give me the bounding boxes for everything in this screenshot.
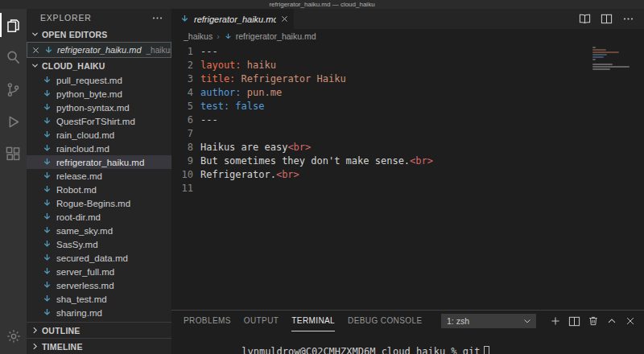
code-line: layout: haiku xyxy=(200,59,433,72)
markdown-file-icon xyxy=(42,266,52,277)
close-tab-icon[interactable] xyxy=(280,14,289,23)
markdown-file-icon xyxy=(42,253,52,263)
more-actions-icon[interactable] xyxy=(151,12,163,24)
activity-search[interactable] xyxy=(0,41,27,73)
main-area: EXPLORER OPEN EDITORS refrigerator_haiku… xyxy=(0,9,644,354)
markdown-file-icon xyxy=(42,130,52,140)
close-panel-icon[interactable] xyxy=(625,315,636,327)
minimap-line xyxy=(592,47,596,48)
panel-controls: 1: zsh xyxy=(441,314,636,328)
file-item[interactable]: rain_cloud.md xyxy=(27,128,171,142)
breadcrumb-file-name: refrigerator_haiku.md xyxy=(236,31,316,41)
file-item[interactable]: root-dir.md xyxy=(27,210,171,224)
panel-tab-problems[interactable]: PROBLEMS xyxy=(184,311,231,331)
open-preview-icon[interactable] xyxy=(579,13,591,25)
file-item[interactable]: SasSy.md xyxy=(27,237,171,251)
line-number: 2 xyxy=(171,59,193,72)
markdown-file-icon xyxy=(42,184,52,195)
file-item[interactable]: serverless.md xyxy=(27,278,171,292)
breadcrumb-file[interactable]: refrigerator_haiku.md xyxy=(224,31,316,41)
activity-explorer[interactable] xyxy=(0,9,27,41)
terminal-output[interactable]: lynmuldrow@C02CMHZXMD6M cloud_haiku % gi… xyxy=(171,331,644,354)
maximize-panel-icon[interactable] xyxy=(606,315,617,327)
line-number: 11 xyxy=(171,182,193,196)
markdown-file-icon xyxy=(43,45,54,56)
file-item[interactable]: Robot.md xyxy=(27,183,171,196)
activity-extensions[interactable] xyxy=(0,138,27,170)
code-lines: ---layout: haikutitle: Refrigerator Haik… xyxy=(193,45,433,310)
file-item[interactable]: raincloud.md xyxy=(27,142,171,155)
line-number: 3 xyxy=(171,72,193,86)
terminal-shell-select[interactable]: 1: zsh xyxy=(441,314,536,328)
chevron-right-icon xyxy=(29,326,40,335)
minimap-line xyxy=(592,68,610,70)
breadcrumb-separator: › xyxy=(217,31,220,41)
editor-tab[interactable]: refrigerator_haiku.md xyxy=(171,9,294,29)
chevron-right-icon xyxy=(29,342,40,351)
line-numbers: 1234567891011 xyxy=(171,45,193,310)
close-icon[interactable] xyxy=(31,46,40,55)
file-item[interactable]: QuestForTShirt.md xyxy=(27,114,171,128)
file-name: release.md xyxy=(56,171,102,181)
code-editor[interactable]: 1234567891011 ---layout: haikutitle: Ref… xyxy=(171,43,644,310)
code-line: author: pun.me xyxy=(200,86,433,100)
panel-header: PROBLEMSOUTPUTTERMINALDEBUG CONSOLE 1: z… xyxy=(171,311,644,331)
file-item[interactable]: pull_request.md xyxy=(27,73,171,87)
timeline-label: TIMELINE xyxy=(42,342,83,352)
file-name: Rogue-Begins.md xyxy=(56,199,130,208)
code-line: Refrigerator.<br> xyxy=(200,168,433,182)
file-item[interactable]: sharing.md xyxy=(27,306,171,319)
outline-section-header[interactable]: OUTLINE xyxy=(27,322,171,338)
breadcrumb[interactable]: _haikus › refrigerator_haiku.md xyxy=(171,29,644,43)
breadcrumb-folder[interactable]: _haikus xyxy=(184,31,213,41)
file-item[interactable]: secured_data.md xyxy=(27,251,171,265)
open-editors-section-header[interactable]: OPEN EDITORS xyxy=(27,27,171,42)
timeline-section-header[interactable]: TIMELINE xyxy=(27,338,171,354)
activity-bar-items xyxy=(0,9,27,170)
open-editor-folder: _haikus xyxy=(147,46,171,55)
settings-button[interactable] xyxy=(0,325,27,348)
new-terminal-icon[interactable] xyxy=(550,315,561,327)
more-actions-icon[interactable] xyxy=(622,13,634,25)
markdown-file-icon xyxy=(42,157,52,167)
file-item[interactable]: release.md xyxy=(27,169,171,183)
file-item[interactable]: python_byte.md xyxy=(27,87,171,101)
editor-tab-bar: refrigerator_haiku.md xyxy=(171,9,644,29)
file-name: python-syntax.md xyxy=(56,103,130,113)
code-line: --- xyxy=(200,45,433,59)
chevron-down-icon xyxy=(522,316,532,326)
file-item[interactable]: Rogue-Begins.md xyxy=(27,196,171,210)
open-editor-item[interactable]: refrigerator_haiku.md _haikus xyxy=(27,42,171,58)
activity-run-debug[interactable] xyxy=(0,105,27,138)
shell-select-value: 1: zsh xyxy=(447,316,469,326)
panel-tab-output[interactable]: OUTPUT xyxy=(244,311,279,331)
line-number: 7 xyxy=(171,127,193,141)
folder-section-header[interactable]: CLOUD_HAIKU xyxy=(27,58,171,73)
gear-icon xyxy=(6,329,21,344)
kill-terminal-icon[interactable] xyxy=(588,315,599,327)
file-item[interactable]: python-syntax.md xyxy=(27,101,171,114)
code-line xyxy=(200,182,433,196)
minimap[interactable] xyxy=(592,47,633,72)
markdown-file-icon xyxy=(180,14,190,24)
file-name: refrigerator_haiku.md xyxy=(56,158,144,167)
file-item[interactable]: same_sky.md xyxy=(27,224,171,237)
bottom-panel: PROBLEMSOUTPUTTERMINALDEBUG CONSOLE 1: z… xyxy=(171,310,644,354)
minimap-line xyxy=(592,66,630,68)
source-control-icon xyxy=(6,82,21,97)
line-number: 9 xyxy=(171,154,193,168)
file-item[interactable]: refrigerator_haiku.md xyxy=(27,155,171,169)
markdown-file-icon xyxy=(42,198,52,208)
outline-label: OUTLINE xyxy=(42,326,80,335)
markdown-file-icon xyxy=(42,239,52,249)
split-editor-icon[interactable] xyxy=(601,13,613,25)
chevron-down-icon xyxy=(29,30,40,39)
panel-tab-terminal[interactable]: TERMINAL xyxy=(291,311,335,331)
file-item[interactable]: server_full.md xyxy=(27,265,171,278)
activity-source-control[interactable] xyxy=(0,73,27,105)
minimap-line xyxy=(592,56,604,58)
terminal-prompt: lynmuldrow@C02CMHZXMD6M cloud_haiku % gi… xyxy=(242,346,480,354)
panel-tab-debug-console[interactable]: DEBUG CONSOLE xyxy=(348,311,422,331)
split-terminal-icon[interactable] xyxy=(568,315,580,327)
file-item[interactable]: sha_test.md xyxy=(27,292,171,306)
